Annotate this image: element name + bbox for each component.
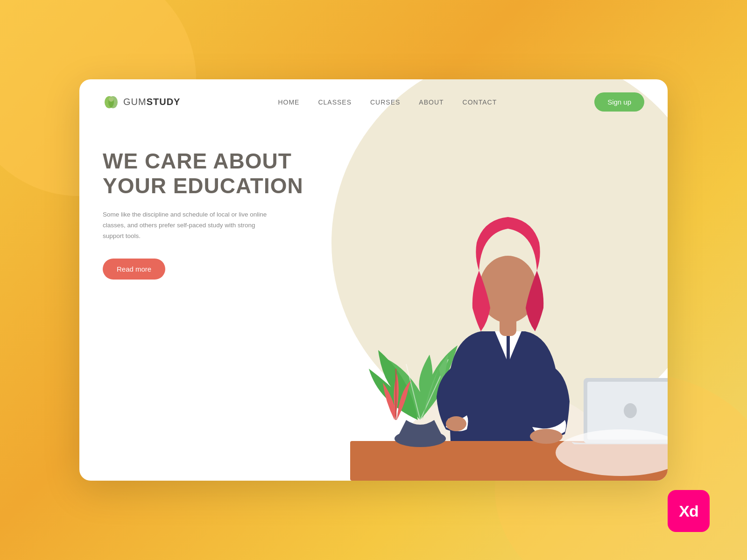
svg-point-2	[109, 97, 113, 102]
person-finger	[454, 419, 459, 431]
illustration-svg	[313, 191, 668, 481]
plant-pot-body	[399, 420, 441, 446]
xd-badge: Xd	[668, 490, 710, 532]
main-card: GUMSTUDY HOME CLASSES CURSES ABOUT CONTA…	[79, 79, 668, 481]
hero-title-line2: YOUR EDUCATION	[103, 174, 303, 198]
xd-badge-text: Xd	[679, 502, 698, 520]
nav-link-curses[interactable]: CURSES	[370, 98, 400, 106]
signup-button[interactable]: Sign up	[594, 92, 644, 112]
person-hand-right	[530, 429, 563, 444]
hero-title-line1: WE CARE ABOUT	[103, 149, 292, 173]
navbar: GUMSTUDY HOME CLASSES CURSES ABOUT CONTA…	[79, 79, 668, 112]
nav-link-about[interactable]: ABOUT	[419, 98, 444, 106]
logo-bold-text: STUDY	[147, 97, 181, 107]
logo-icon	[103, 94, 120, 111]
nav-item-contact[interactable]: CONTACT	[463, 98, 497, 106]
hero-description: Some like the discipline and schedule of…	[103, 210, 271, 242]
hero-title: WE CARE ABOUT YOUR EDUCATION	[103, 149, 317, 198]
nav-links: HOME CLASSES CURSES ABOUT CONTACT	[278, 98, 497, 106]
nav-item-home[interactable]: HOME	[278, 98, 299, 106]
nav-item-about[interactable]: ABOUT	[419, 98, 444, 106]
nav-item-classes[interactable]: CLASSES	[318, 98, 352, 106]
nav-link-classes[interactable]: CLASSES	[318, 98, 352, 106]
illustration-container	[313, 191, 668, 481]
nav-item-curses[interactable]: CURSES	[370, 98, 400, 106]
nav-link-home[interactable]: HOME	[278, 98, 299, 106]
hero-section: WE CARE ABOUT YOUR EDUCATION Some like t…	[79, 112, 341, 280]
logo-area[interactable]: GUMSTUDY	[103, 94, 180, 111]
laptop-logo	[624, 403, 637, 418]
read-more-button[interactable]: Read more	[103, 259, 165, 280]
logo-normal-text: GUM	[123, 97, 147, 107]
nav-link-contact[interactable]: CONTACT	[463, 98, 497, 106]
logo-text: GUMSTUDY	[123, 97, 180, 107]
